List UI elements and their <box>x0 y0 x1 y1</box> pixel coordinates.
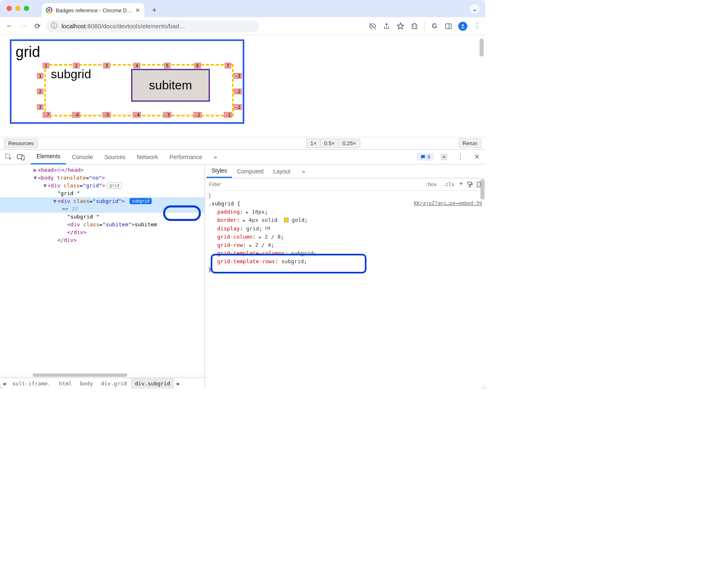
subitem-label: subitem <box>149 78 192 92</box>
tabs-dropdown-icon[interactable]: ⌄ <box>470 4 480 14</box>
hov-button[interactable]: :hov <box>424 182 438 187</box>
grid-label: grid <box>16 43 243 61</box>
url-text: localhost:8080/docs/devtools/elements/ba… <box>61 23 185 30</box>
back-button[interactable]: ← <box>4 21 15 32</box>
tab-layout[interactable]: Layout <box>268 164 296 178</box>
demo-footer: Resources 1× 0.5× 0.25× Rerun <box>0 137 485 149</box>
grid-container: grid 1 2 3 4 5 6 7 1 2 3 -3 -2 <box>10 39 244 124</box>
tab-styles[interactable]: Styles <box>207 164 232 178</box>
rerun-button[interactable]: Rerun <box>459 139 481 148</box>
tab-elements[interactable]: Elements <box>31 150 66 164</box>
svg-point-5 <box>443 156 445 158</box>
dom-tree[interactable]: ▶<head>⋯</head> ▼<body translate="no"> ▼… <box>0 164 205 373</box>
browser-tab[interactable]: Badges reference - Chrome D… ✕ <box>42 3 144 17</box>
tab-sources[interactable]: Sources <box>99 150 131 164</box>
resources-button[interactable]: Resources <box>4 139 38 148</box>
issues-count: 8 <box>428 154 430 160</box>
inspect-icon[interactable] <box>2 150 15 164</box>
breadcrumb-prev-icon[interactable]: ◀ <box>0 380 8 387</box>
extensions-icon[interactable] <box>410 22 419 30</box>
breadcrumb-item[interactable]: div.subgrid <box>131 378 174 389</box>
zoom-05x-button[interactable]: 0.5× <box>321 139 339 148</box>
track-label: 2 <box>37 89 43 94</box>
window-controls <box>7 6 29 11</box>
new-tab-button[interactable]: + <box>148 5 160 16</box>
css-rules[interactable]: } .subgrid {KKrajpZ?ani…pe=embed:39 padd… <box>205 191 485 389</box>
devtools-panel: Elements Console Sources Network Perform… <box>0 149 485 389</box>
subgrid-container: 1 2 3 4 5 6 7 1 2 3 -3 -2 -1 -7 <box>44 64 234 116</box>
star-icon[interactable] <box>396 22 405 30</box>
svg-rect-6 <box>468 182 471 184</box>
window-close-icon[interactable] <box>7 6 12 11</box>
window-zoom-icon[interactable] <box>24 6 29 11</box>
devtools-divider <box>29 153 29 162</box>
reload-button[interactable]: ⟳ <box>32 21 43 32</box>
track-label: -3 <box>234 73 242 79</box>
browser-tabstrip: Badges reference - Chrome D… ✕ + ⌄ <box>0 0 485 17</box>
window-minimize-icon[interactable] <box>15 6 20 11</box>
paint-icon[interactable] <box>466 181 473 188</box>
toolbar-divider <box>424 22 425 31</box>
forward-button: → <box>18 21 29 32</box>
breadcrumb-item[interactable]: body <box>76 378 97 389</box>
tab-performance[interactable]: Performance <box>164 150 208 164</box>
dom-selected-node[interactable]: ▼<div class="subgrid"> subgrid <box>0 197 205 205</box>
profile-avatar-icon[interactable] <box>458 22 467 31</box>
devtools-close-icon[interactable]: ✕ <box>471 150 483 164</box>
device-toggle-icon[interactable] <box>15 150 27 164</box>
issues-badge[interactable]: 8 <box>417 153 434 161</box>
breadcrumb-item[interactable]: div.grid <box>97 378 131 389</box>
grid-editor-icon[interactable] <box>265 227 270 231</box>
elements-scrollbar[interactable] <box>0 373 205 378</box>
tab-close-icon[interactable]: ✕ <box>135 7 140 14</box>
zoom-1x-button[interactable]: 1× <box>306 139 321 148</box>
share-icon[interactable] <box>382 22 391 30</box>
styles-filter-input[interactable] <box>207 181 421 187</box>
more-tabs-icon[interactable]: » <box>208 150 223 164</box>
more-styles-tabs-icon[interactable]: » <box>297 164 310 178</box>
new-rule-icon[interactable]: + <box>459 180 463 188</box>
track-label: -1 <box>234 104 242 110</box>
grid-badge[interactable]: grid <box>107 182 122 189</box>
color-swatch-icon[interactable] <box>284 218 289 222</box>
browser-toolbar: ← → ⟳ ⓘ localhost:8080/docs/devtools/ele… <box>0 17 485 35</box>
site-info-icon[interactable]: ⓘ <box>51 22 57 30</box>
elements-panel: ▶<head>⋯</head> ▼<body translate="no"> ▼… <box>0 164 205 389</box>
track-label: -2 <box>234 89 242 94</box>
devtools-tabstrip: Elements Console Sources Network Perform… <box>0 150 485 164</box>
svg-rect-7 <box>469 186 471 187</box>
styles-toolbar: :hov .cls + <box>205 178 485 191</box>
cls-button[interactable]: .cls <box>441 182 456 187</box>
breadcrumb: ◀ sult-iframe. html body div.grid div.su… <box>0 378 205 389</box>
menu-icon[interactable]: ⋮ <box>473 22 481 30</box>
tab-title: Badges reference - Chrome D… <box>56 7 132 14</box>
svg-rect-4 <box>22 155 24 159</box>
breadcrumb-item[interactable]: sult-iframe. <box>8 378 55 389</box>
chrome-favicon-icon <box>46 7 52 14</box>
google-g-icon[interactable]: G <box>430 22 439 30</box>
svg-point-1 <box>462 24 464 26</box>
address-bar[interactable]: ⓘ localhost:8080/docs/devtools/elements/… <box>46 20 259 32</box>
track-label: 3 <box>37 104 43 110</box>
viewport-scrollbar[interactable] <box>480 39 484 57</box>
tab-console[interactable]: Console <box>66 150 98 164</box>
issues-icon <box>420 154 426 160</box>
subitem-box: subitem <box>131 69 210 102</box>
devtools-menu-icon[interactable]: ⋮ <box>454 150 466 164</box>
subgrid-badge[interactable]: subgrid <box>130 198 152 204</box>
breadcrumb-next-icon[interactable]: ▶ <box>174 380 182 387</box>
tab-computed[interactable]: Computed <box>232 164 268 178</box>
zoom-025x-button[interactable]: 0.25× <box>339 139 360 148</box>
styles-tabstrip: Styles Computed Layout » <box>205 164 485 178</box>
track-label: 1 <box>37 73 43 79</box>
page-viewport: grid 1 2 3 4 5 6 7 1 2 3 -3 -2 <box>0 35 485 137</box>
source-link[interactable]: KKrajpZ?ani…pe=embed:39 <box>414 200 482 207</box>
ellipsis-icon[interactable]: ⋯ <box>57 167 61 173</box>
sidepanel-icon[interactable] <box>444 22 453 30</box>
tab-network[interactable]: Network <box>131 150 164 164</box>
svg-rect-0 <box>446 24 451 29</box>
breadcrumb-item[interactable]: html <box>55 378 76 389</box>
annotation-oval <box>163 205 201 221</box>
settings-icon[interactable] <box>438 150 450 164</box>
eye-off-icon[interactable] <box>369 22 377 30</box>
